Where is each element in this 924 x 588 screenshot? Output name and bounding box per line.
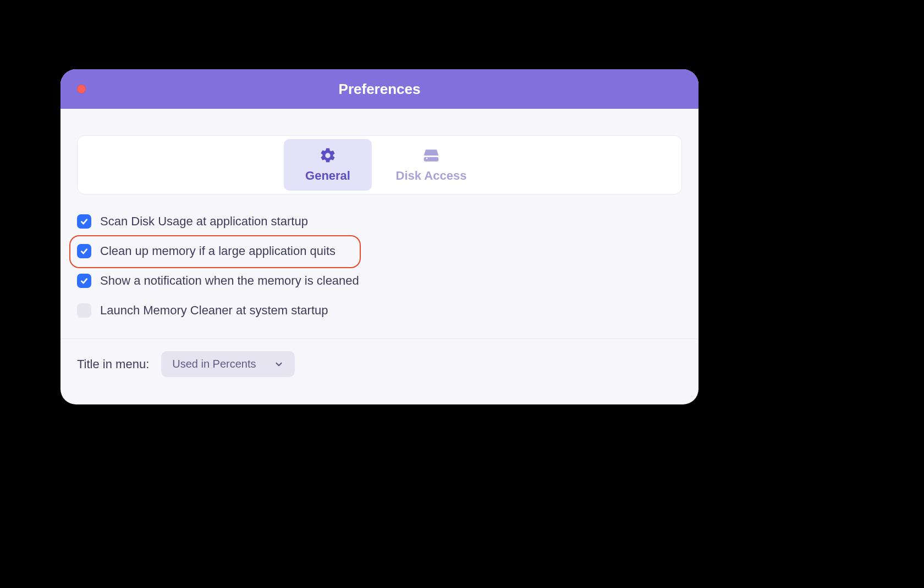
title-in-menu-label: Title in menu:	[77, 357, 149, 371]
option-show-notification: Show a notification when the memory is c…	[77, 274, 682, 288]
checkbox-show-notification[interactable]	[77, 274, 91, 288]
tabs-container: General Disk Access	[77, 135, 682, 195]
tab-disk-access-label: Disk Access	[396, 169, 467, 183]
tab-general-label: General	[305, 169, 350, 183]
option-scan-disk-usage: Scan Disk Usage at application startup	[77, 214, 682, 229]
window-title: Preferences	[339, 81, 421, 98]
title-in-menu-select[interactable]: Used in Percents	[161, 351, 294, 377]
dropdown-row: Title in menu: Used in Percents	[61, 339, 698, 377]
close-button[interactable]	[77, 85, 86, 93]
tab-general[interactable]: General	[284, 139, 372, 191]
option-clean-up-memory: Clean up memory if a large application q…	[77, 244, 682, 258]
option-label: Clean up memory if a large application q…	[100, 244, 336, 258]
options-list: Scan Disk Usage at application startup C…	[61, 195, 698, 318]
checkbox-clean-up-memory[interactable]	[77, 244, 91, 258]
option-label: Launch Memory Cleaner at system startup	[100, 303, 328, 318]
chevron-down-icon	[274, 359, 284, 369]
option-launch-at-startup: Launch Memory Cleaner at system startup	[77, 303, 682, 318]
tab-disk-access[interactable]: Disk Access	[387, 139, 475, 191]
gear-icon	[319, 147, 337, 164]
checkbox-scan-disk-usage[interactable]	[77, 214, 91, 229]
preferences-window: Preferences General Disk Access	[61, 69, 698, 404]
option-label: Show a notification when the memory is c…	[100, 274, 359, 288]
option-label: Scan Disk Usage at application startup	[100, 214, 308, 229]
content-area: General Disk Access Scan Disk Usage at a…	[61, 109, 698, 377]
titlebar: Preferences	[61, 69, 698, 109]
dropdown-value: Used in Percents	[172, 358, 256, 370]
disk-icon	[422, 147, 440, 164]
checkbox-launch-at-startup[interactable]	[77, 303, 91, 318]
